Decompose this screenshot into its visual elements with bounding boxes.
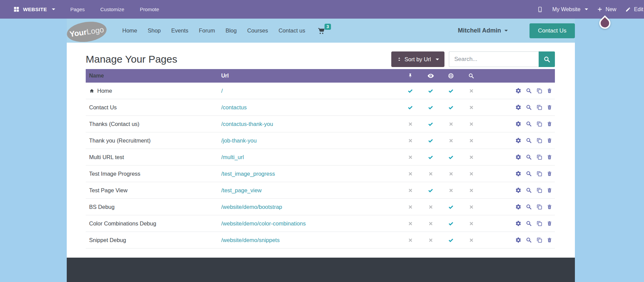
status-search-off[interactable] [461,105,481,110]
row-action-copy-icon[interactable] [536,154,542,160]
apps-menu-toggle[interactable]: WEBSITE [14,6,55,12]
row-action-copy-icon[interactable] [536,104,542,110]
page-url-link[interactable]: /website/demo/bootstrap [221,204,282,210]
row-action-trash-icon[interactable] [547,88,552,94]
row-action-search-icon[interactable] [526,88,532,94]
status-search-off[interactable] [461,237,481,243]
row-action-gear-icon[interactable] [515,88,521,94]
status-globe-on[interactable] [441,88,461,94]
page-url-link[interactable]: /website/demo/color-combinations [221,220,306,226]
page-url-link[interactable]: /test_page_view [221,187,262,193]
status-eye-off[interactable] [420,171,441,177]
page-url-link[interactable]: /contactus-thank-you [221,121,273,127]
row-action-gear-icon[interactable] [515,237,521,243]
row-action-trash-icon[interactable] [547,154,552,160]
row-action-gear-icon[interactable] [515,220,521,226]
status-globe-off[interactable] [441,171,461,177]
nav-item-courses[interactable]: Courses [247,27,268,34]
topbar-menu-customize[interactable]: Customize [100,6,124,12]
status-pin-off[interactable] [400,171,420,177]
website-switcher[interactable]: My Website [552,6,588,13]
status-eye-on[interactable] [420,188,441,193]
row-action-copy-icon[interactable] [536,187,542,193]
site-logo[interactable]: YourLogo [66,19,108,44]
status-search-off[interactable] [461,138,481,144]
edit-button[interactable]: Edit [625,6,643,13]
row-action-trash-icon[interactable] [547,187,552,193]
row-action-search-icon[interactable] [526,204,532,210]
page-url-link[interactable]: /website/demo/snippets [221,237,279,243]
row-action-trash-icon[interactable] [547,171,552,177]
row-action-trash-icon[interactable] [547,204,552,210]
row-action-search-icon[interactable] [526,104,532,110]
row-action-copy-icon[interactable] [536,121,542,127]
row-action-gear-icon[interactable] [515,187,521,193]
row-action-search-icon[interactable] [526,137,532,144]
search-input[interactable] [449,51,539,67]
status-globe-on[interactable] [441,204,461,210]
status-globe-off[interactable] [441,138,461,144]
status-search-off[interactable] [461,171,481,177]
cart-button[interactable]: 3 [317,27,325,35]
row-action-copy-icon[interactable] [536,220,542,226]
row-action-gear-icon[interactable] [515,121,521,127]
status-search-off[interactable] [461,154,481,160]
status-eye-off[interactable] [420,221,441,226]
status-globe-on[interactable] [441,237,461,243]
page-url-link[interactable]: /test_image_progress [221,171,275,177]
row-action-trash-icon[interactable] [547,137,552,144]
nav-item-forum[interactable]: Forum [199,27,215,34]
topbar-menu-pages[interactable]: Pages [70,6,85,12]
status-globe-on[interactable] [441,105,461,110]
row-action-gear-icon[interactable] [515,171,521,177]
page-url-link[interactable]: /multi_url [221,154,244,160]
status-globe-on[interactable] [441,221,461,226]
row-action-copy-icon[interactable] [536,171,542,177]
status-eye-on[interactable] [420,121,441,127]
row-action-search-icon[interactable] [526,187,532,193]
row-action-copy-icon[interactable] [536,204,542,210]
row-action-trash-icon[interactable] [547,237,552,243]
new-button[interactable]: New [597,6,616,13]
sort-button[interactable]: Sort by Url [391,51,444,67]
mobile-icon[interactable] [537,5,543,14]
status-pin-off[interactable] [400,121,420,127]
row-action-search-icon[interactable] [526,237,532,243]
nav-item-contact-us[interactable]: Contact us [278,27,305,34]
status-pin-off[interactable] [400,237,420,243]
nav-item-shop[interactable]: Shop [148,27,161,34]
page-url-link[interactable]: / [221,88,223,94]
status-eye-off[interactable] [420,204,441,210]
user-menu[interactable]: Mitchell Admin [458,27,508,34]
status-pin-off[interactable] [400,154,420,160]
row-action-gear-icon[interactable] [515,154,521,160]
status-eye-on[interactable] [420,154,441,160]
row-action-copy-icon[interactable] [536,88,542,94]
search-button[interactable] [539,51,555,67]
status-search-off[interactable] [461,121,481,127]
row-action-copy-icon[interactable] [536,137,542,144]
status-pin-off[interactable] [400,204,420,210]
nav-item-events[interactable]: Events [171,27,188,34]
status-pin-off[interactable] [400,221,420,226]
status-eye-on[interactable] [420,138,441,144]
status-pin-off[interactable] [400,188,420,193]
status-search-off[interactable] [461,204,481,210]
status-eye-on[interactable] [420,88,441,94]
status-globe-off[interactable] [441,121,461,127]
status-pin-on[interactable] [400,88,420,94]
row-action-search-icon[interactable] [526,220,532,226]
row-action-gear-icon[interactable] [515,137,521,144]
row-action-gear-icon[interactable] [515,204,521,210]
page-url-link[interactable]: /contactus [221,104,247,110]
row-action-trash-icon[interactable] [547,220,552,226]
status-eye-on[interactable] [420,105,441,110]
row-action-search-icon[interactable] [526,154,532,160]
nav-item-home[interactable]: Home [122,27,137,34]
nav-item-blog[interactable]: Blog [226,27,237,34]
row-action-search-icon[interactable] [526,121,532,127]
status-globe-on[interactable] [441,154,461,160]
row-action-trash-icon[interactable] [547,104,552,110]
status-search-off[interactable] [461,88,481,94]
status-search-off[interactable] [461,188,481,193]
